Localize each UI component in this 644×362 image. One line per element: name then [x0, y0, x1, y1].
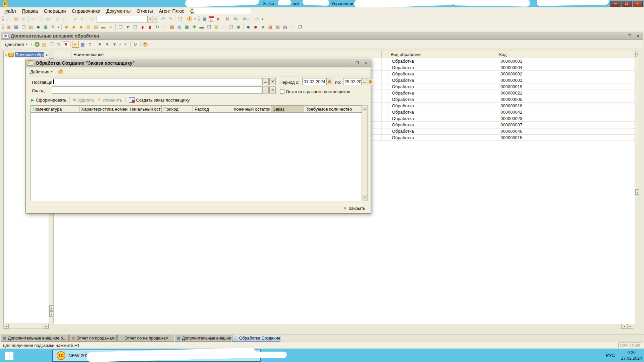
row-vid-cell[interactable]: Обработка	[388, 83, 497, 89]
document-forward-icon[interactable]: ❐	[206, 24, 212, 31]
hierarchy-view-icon[interactable]: ≡	[72, 41, 79, 48]
scroll-right-icon[interactable]: ►	[627, 324, 633, 329]
column-income[interactable]: Приход	[162, 106, 193, 112]
person-salary-icon[interactable]: ☻	[70, 24, 77, 31]
move-to-group-icon[interactable]: ↥	[87, 41, 94, 48]
memory-icon[interactable]: M	[224, 16, 231, 22]
filter-clear-icon[interactable]: ▼	[122, 41, 129, 48]
copy-pages-icon[interactable]: ❐	[177, 16, 183, 22]
filter-history-icon[interactable]: ▼	[111, 41, 118, 48]
actions-menu-button[interactable]: Действия▾	[2, 41, 30, 48]
warehouse-input[interactable]	[52, 86, 262, 94]
tab-processing-create-order[interactable]: ❐Обработка Создание "Зака...	[232, 335, 280, 342]
memory-plus-icon[interactable]: M+	[232, 16, 241, 22]
coins-icon[interactable]: ●	[107, 24, 114, 31]
row-vid-cell[interactable]: Обработка	[388, 96, 497, 102]
memory-minus-icon[interactable]: M−	[241, 16, 251, 22]
taskbar-clock[interactable]: 0:2627.02.2024	[621, 350, 642, 361]
name-column-header[interactable]: Наименование	[71, 51, 382, 58]
balances-by-supplier-checkbox[interactable]	[280, 89, 284, 94]
tree-root-label[interactable]: Внешние обработк	[15, 52, 44, 57]
debt-marker-icon[interactable]: ▮	[139, 24, 146, 31]
row-vid-cell[interactable]: Обработка	[388, 64, 497, 70]
tab-no-sales-report[interactable]: ▢Отчет по не продажам	[117, 335, 174, 342]
row-code-cell[interactable]: 000000002	[497, 71, 635, 77]
row-code-cell[interactable]: 000000005	[497, 96, 635, 102]
filter-set-icon[interactable]: ▼	[97, 41, 103, 48]
list-vertical-scrollbar[interactable]: ▲ ▼	[635, 51, 640, 195]
select-mode-icon[interactable]: ▦	[79, 41, 86, 48]
child-restore-button[interactable]: ❐	[627, 33, 633, 39]
add-icon[interactable]: ✚	[35, 42, 40, 47]
combo-dropdown-icon[interactable]: ▾	[148, 16, 153, 22]
scroll-up-icon[interactable]: ▲	[49, 305, 53, 311]
row-vid-cell[interactable]: Обработка	[388, 71, 497, 77]
row-code-cell[interactable]: 000000046	[497, 128, 635, 134]
person-payroll-icon[interactable]: ☻	[78, 24, 85, 31]
minimize-button[interactable]: ─	[610, 1, 621, 7]
wrench-icon[interactable]: ⚙	[254, 16, 260, 22]
row-code-cell[interactable]: 000000018	[497, 103, 635, 109]
payment-icon[interactable]: ▬	[100, 24, 107, 31]
maximize-button[interactable]: ❐	[622, 1, 632, 7]
cut-icon[interactable]: ✂	[30, 16, 37, 22]
row-vid-cell[interactable]: Обработка	[388, 134, 497, 140]
edit-settings-icon[interactable]: ✎	[50, 24, 56, 31]
scroll-left-icon[interactable]: ◄	[4, 324, 9, 328]
person-card-icon[interactable]: ☻	[260, 24, 266, 31]
person-coin-icon[interactable]: ☻	[63, 24, 70, 31]
child-window-titlebar[interactable]: ▦ Дополнительные внешние обработки ─❐✕	[1, 32, 643, 40]
save-icon[interactable]: ▣	[20, 16, 27, 22]
row-code-cell[interactable]: 000000004	[497, 64, 635, 70]
info-caret-icon[interactable]: ▾	[194, 16, 197, 22]
document-copy-icon[interactable]: ❐	[20, 24, 27, 31]
row-vid-cell[interactable]: Обработка	[388, 109, 497, 115]
copy-icon[interactable]: ❐	[37, 16, 44, 22]
sort-asc-icon[interactable]: ▲	[45, 53, 48, 56]
column-required-qty[interactable]: Требуемое количество	[304, 106, 356, 112]
cash-machine-icon[interactable]: ▥	[93, 24, 99, 31]
add-row-icon[interactable]: ✚	[191, 24, 198, 31]
refresh-icon[interactable]: ↻	[132, 41, 139, 48]
paste-icon[interactable]: ▨	[45, 16, 51, 22]
language-indicator[interactable]: РУС	[606, 353, 615, 358]
supplier-select-button[interactable]: ...	[262, 78, 269, 85]
supplier-clear-button[interactable]: ✕	[269, 78, 276, 85]
calculator-icon[interactable]: ▦	[201, 16, 208, 22]
row-vid-cell[interactable]: Обработка	[388, 115, 497, 121]
row-code-cell[interactable]: 000000037	[497, 122, 635, 128]
row-code-cell[interactable]: 000000001	[497, 77, 635, 83]
copy-item-icon[interactable]: ❐	[48, 41, 55, 48]
doc-red-flag-icon[interactable]: ▨	[267, 24, 274, 31]
edit-button[interactable]: ✎Изменить	[98, 98, 122, 103]
menu-reports[interactable]: Отчеты	[133, 8, 156, 14]
wrench-caret-icon[interactable]: ▾	[261, 16, 264, 22]
row-vid-cell[interactable]: Обработка	[388, 77, 497, 83]
column-nomenclature[interactable]: Номенклатура	[31, 106, 79, 112]
person-blue-card-icon[interactable]: ☻	[245, 24, 252, 31]
dialog-restore-button[interactable]: ❐	[354, 60, 360, 66]
row-code-cell[interactable]: 000000023	[497, 115, 635, 121]
scroll-right-icon[interactable]: ►	[44, 324, 49, 328]
help-icon[interactable]: ?	[143, 42, 148, 47]
debt-marker2-icon[interactable]: ▮	[147, 24, 153, 31]
report-table-icon[interactable]: ▦	[169, 24, 175, 31]
find-icon[interactable]: ◎	[89, 16, 95, 22]
row-vid-cell[interactable]: Обработка	[388, 122, 497, 128]
menu-documents[interactable]: Документы	[103, 8, 133, 14]
tab-external-processings-1[interactable]: ▦Дополнительные внешние о...	[1, 335, 69, 342]
doc-add-icon[interactable]: ❐	[297, 24, 303, 31]
print-preview-icon[interactable]: ◫	[62, 16, 68, 22]
sort-indicator-icon[interactable]: ▴	[382, 51, 388, 58]
print-icon[interactable]: ▤	[54, 16, 61, 22]
cash-register-icon[interactable]: ▦	[42, 24, 49, 31]
open-document-icon[interactable]: ▤	[13, 16, 19, 22]
dialog-actions-menu-button[interactable]: Действия▾	[28, 69, 55, 75]
undo-icon[interactable]: ↶	[160, 16, 166, 22]
edit-settings-caret-icon[interactable]: ▾	[57, 24, 60, 31]
period-settings-button[interactable]: ...	[361, 78, 368, 85]
warehouse-clear-button[interactable]: ✕	[269, 86, 276, 94]
doc-red-flag2-icon[interactable]: ▨	[274, 24, 281, 31]
child-minimize-button[interactable]: ─	[618, 33, 624, 39]
code-column-header[interactable]: Код	[497, 51, 635, 58]
